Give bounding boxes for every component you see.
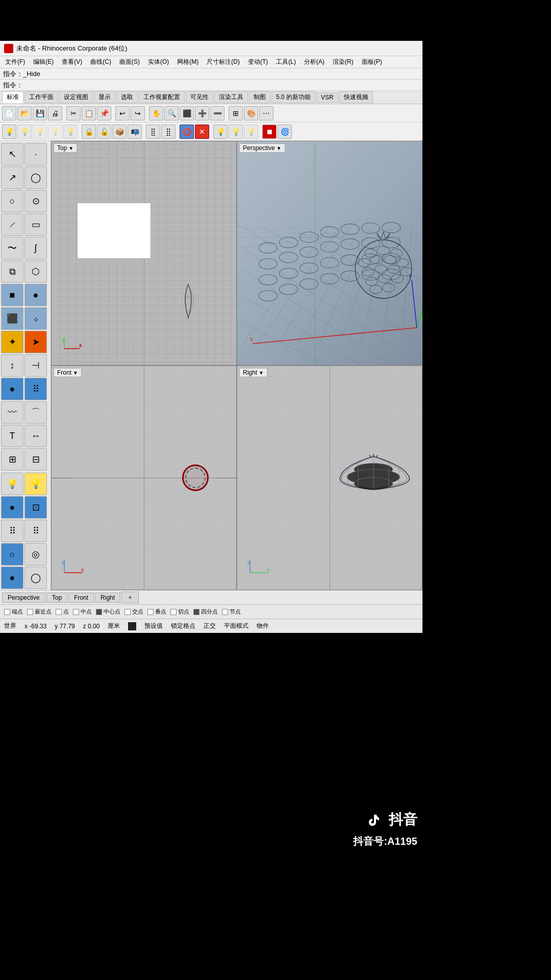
lt-freeform2[interactable]: 〰 <box>1 401 23 424</box>
menu-bar[interactable]: 文件(F) 编辑(E) 查看(V) 曲线(C) 曲面(S) 实体(O) 网格(M… <box>0 56 422 68</box>
lt-arrow[interactable]: ➤ <box>24 331 47 353</box>
viewport-label-top[interactable]: Top ▼ <box>54 143 77 153</box>
viewport-perspective[interactable]: x y z Perspective ▼ <box>237 141 422 365</box>
lt-solid-cyl[interactable]: ⬛ <box>1 307 23 330</box>
menu-transform[interactable]: 变动(T) <box>245 57 271 67</box>
snap-bar[interactable]: 端点 最近点 点 中点 中心点 交点 番点 切点 四分点 节点 <box>0 604 422 619</box>
menu-tools[interactable]: 工具(L) <box>273 57 299 67</box>
snap-intersection[interactable]: 交点 <box>124 608 143 616</box>
snap-midpoint[interactable]: 中点 <box>73 608 92 616</box>
tab-vsr[interactable]: VSR <box>316 92 338 103</box>
viewport-label-front[interactable]: Front ▼ <box>54 368 82 377</box>
snap-nearest[interactable]: 最近点 <box>27 608 52 616</box>
snap-point[interactable]: 点 <box>56 608 69 616</box>
lt-solid-sphere[interactable]: ● <box>24 284 47 306</box>
tb-fan[interactable]: 🌀 <box>278 125 292 139</box>
tab-render-tools[interactable]: 渲染工具 <box>214 91 248 103</box>
menu-surface[interactable]: 曲面(S) <box>116 57 143 67</box>
tb-zoom-in[interactable]: ➕ <box>195 106 209 120</box>
tb-paste[interactable]: 📌 <box>97 106 111 120</box>
tb-zoom-win[interactable]: ⬛ <box>180 106 194 120</box>
lt-dim[interactable]: ↔ <box>24 425 47 447</box>
tab-workplane[interactable]: 工作平面 <box>24 91 58 103</box>
lt-dot[interactable]: ● <box>1 378 23 400</box>
main-toolbar[interactable]: 📄 📂 💾 🖨 ✂ 📋 📌 ↩ ↪ ✋ 🔍 ⬛ ➕ ➖ ⊞ 🎨 ⋯ <box>0 104 422 122</box>
tab-bar[interactable]: 标准 工作平面 设定视图 显示 选取 工作视窗配置 可见性 渲染工具 制图 5.… <box>0 91 422 104</box>
tb-light6[interactable]: 💡 <box>213 125 228 139</box>
menu-panel[interactable]: 面板(P) <box>359 57 385 67</box>
lt-curve1[interactable]: ↗ <box>1 166 23 189</box>
view-tab-front[interactable]: Front <box>68 593 94 603</box>
view-tabs-bar[interactable]: Perspective Top Front Right ＋ <box>0 590 422 604</box>
lt-circle[interactable]: ○ <box>1 190 23 212</box>
tab-select[interactable]: 选取 <box>116 91 138 103</box>
tab-draft[interactable]: 制图 <box>249 91 270 103</box>
menu-solid[interactable]: 实体(O) <box>145 57 172 67</box>
lt-solid-box[interactable]: ■ <box>1 284 23 306</box>
lt-explode[interactable]: ✦ <box>1 331 23 353</box>
tb-more[interactable]: ⋯ <box>259 106 273 120</box>
lt-dot2[interactable]: ● <box>1 567 23 589</box>
menu-analysis[interactable]: 分析(A) <box>301 57 328 67</box>
snap-tangent[interactable]: 切点 <box>170 608 189 616</box>
lt-surface2[interactable]: ⬡ <box>24 260 47 283</box>
tb-stop[interactable]: ⏹ <box>262 125 277 139</box>
tb-unlock[interactable]: 🔓 <box>97 125 111 139</box>
snap-knot-check[interactable] <box>147 609 154 615</box>
lt-select[interactable]: ↖ <box>1 143 23 165</box>
lt-arc[interactable]: ⊙ <box>24 190 47 212</box>
tb-redo[interactable]: ↪ <box>131 106 145 120</box>
snap-midpoint-check[interactable] <box>73 609 79 615</box>
lt-move[interactable]: ↕ <box>1 354 23 377</box>
lt-polyline[interactable]: ⟋ <box>1 213 23 236</box>
snap-center-check[interactable] <box>96 609 102 615</box>
viewport-label-perspective[interactable]: Perspective ▼ <box>239 143 285 153</box>
tb-copy[interactable]: 📋 <box>82 106 96 120</box>
tb-light1[interactable]: 💡 <box>2 125 16 139</box>
lt-blend[interactable]: ⌒ <box>24 401 47 424</box>
status-plane[interactable]: 平面模式 <box>224 622 248 630</box>
lt-freeform[interactable]: ∫ <box>24 237 47 259</box>
tb-dots1[interactable]: ⣿ <box>146 125 160 139</box>
left-toolbar[interactable]: ↖ · ↗ ◯ ○ ⊙ ⟋ ▭ 〜 ∫ ⧉ ⬡ ■ ● ⬛ ⬦ <box>0 141 51 590</box>
tb-dots2[interactable]: ⣿ <box>161 125 176 139</box>
lt-grid2[interactable]: ⊟ <box>24 448 47 471</box>
menu-view[interactable]: 查看(V) <box>59 57 85 67</box>
tb-group[interactable]: 📦 <box>112 125 127 139</box>
lt-control[interactable]: ⊡ <box>24 496 47 519</box>
snap-point-check[interactable] <box>56 609 62 615</box>
lt-grid3[interactable]: ⠿ <box>1 520 23 542</box>
snap-node[interactable]: 节点 <box>222 608 241 616</box>
tab-setview[interactable]: 设定视图 <box>59 91 93 103</box>
view-tab-right[interactable]: Right <box>95 593 120 603</box>
menu-mesh[interactable]: 网格(M) <box>174 57 202 67</box>
viewport-front[interactable]: Front ▼ x z <box>51 365 237 590</box>
tb-delete-sel[interactable]: ✕ <box>195 125 209 139</box>
status-obj[interactable]: 物件 <box>257 622 269 630</box>
tab-new-features[interactable]: 5.0 的新功能 <box>271 91 315 103</box>
tab-standard[interactable]: 标准 <box>2 91 23 103</box>
tb-light8[interactable]: 💡 <box>244 125 258 139</box>
tb-light7[interactable]: 💡 <box>229 125 243 139</box>
tb-viewport-4[interactable]: ⊞ <box>229 106 243 120</box>
tb-circle-sel[interactable]: ⭕ <box>180 125 194 139</box>
tb-light4[interactable]: 💡 <box>48 125 62 139</box>
tb-light3[interactable]: 💡 <box>33 125 47 139</box>
lt-sphere2[interactable]: ● <box>1 496 23 519</box>
lt-circle2[interactable]: ○ <box>1 543 23 566</box>
tb-pan[interactable]: ✋ <box>149 106 163 120</box>
tb-ungroup[interactable]: 📭 <box>128 125 142 139</box>
object-toolbar[interactable]: 💡 💡 💡 💡 💡 🔒 🔓 📦 📭 ⣿ ⣿ ⭕ ✕ 💡 💡 💡 ⏹ 🌀 <box>0 122 422 141</box>
lt-circle3[interactable]: ◯ <box>24 567 47 589</box>
snap-quad[interactable]: 四分点 <box>193 608 218 616</box>
tb-undo[interactable]: ↩ <box>115 106 130 120</box>
tb-render[interactable]: 🎨 <box>244 106 258 120</box>
tb-light2[interactable]: 💡 <box>17 125 32 139</box>
snap-intersection-check[interactable] <box>124 609 131 615</box>
viewport-area[interactable]: Top ▼ x y <box>51 141 422 590</box>
lt-mirror[interactable]: ⊣ <box>24 354 47 377</box>
tb-zoom-out[interactable]: ➖ <box>210 106 224 120</box>
tb-cut[interactable]: ✂ <box>66 106 81 120</box>
snap-node-check[interactable] <box>222 609 228 615</box>
snap-endpoint[interactable]: 端点 <box>4 608 23 616</box>
